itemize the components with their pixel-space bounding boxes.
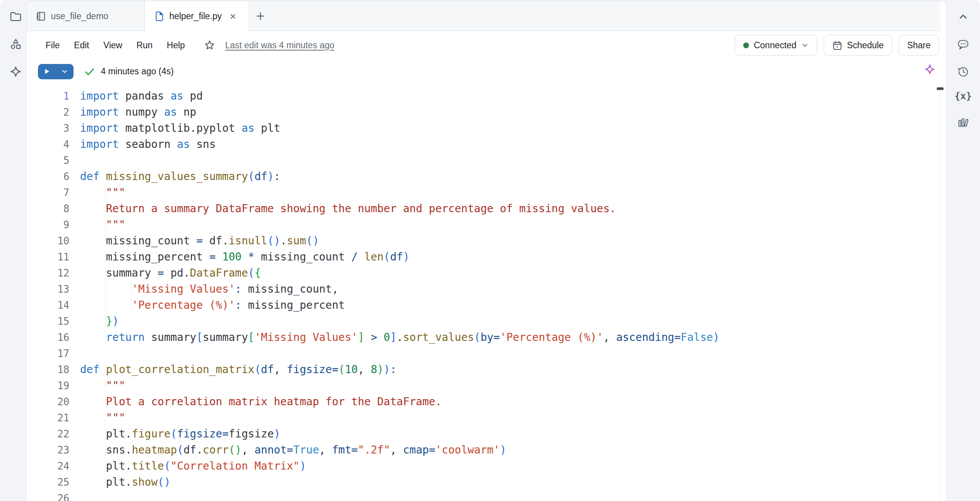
variables-button[interactable]: {x}: [955, 87, 972, 104]
line-number: 18: [26, 362, 69, 378]
header-actions: Connected Schedu: [735, 35, 939, 56]
comments-button[interactable]: [955, 36, 972, 53]
line-number: 2: [26, 104, 69, 120]
code-line: 14 'Percentage (%)': missing_percent: [26, 297, 947, 313]
right-sidebar: {x}: [947, 0, 980, 501]
code-editor[interactable]: 1import pandas as pd2import numpy as np3…: [26, 84, 947, 501]
line-number: 21: [26, 410, 69, 426]
play-icon: [44, 68, 50, 75]
app-window: use_file_demo helper_file.py: [0, 0, 980, 501]
collapse-panel-button[interactable]: [955, 8, 972, 25]
run-status-text: 4 minutes ago (4s): [101, 66, 174, 77]
line-number: 26: [26, 490, 69, 501]
code-line: 12 summary = pd.DataFrame({: [26, 265, 947, 281]
notebook-card: use_file_demo helper_file.py: [26, 1, 947, 501]
run-split-button[interactable]: [38, 64, 74, 79]
run-options-button[interactable]: [56, 64, 74, 79]
plus-icon: [255, 11, 266, 21]
share-label: Share: [907, 40, 931, 51]
line-number: 6: [26, 169, 69, 185]
share-button[interactable]: Share: [899, 35, 939, 56]
code-area: 1import pandas as pd2import numpy as np3…: [26, 88, 947, 501]
history-button[interactable]: [955, 63, 972, 80]
star-icon: [204, 39, 215, 51]
line-number: 13: [26, 281, 69, 297]
code-text: import numpy as np: [80, 104, 196, 120]
line-number: 3: [26, 120, 69, 136]
code-line: 11 missing_percent = 100 * missing_count…: [26, 249, 947, 265]
code-text: def missing_values_summary(df):: [80, 169, 280, 185]
code-line: 7 """: [26, 185, 947, 201]
code-line: 25 plt.show(): [26, 474, 947, 490]
code-line: 6def missing_values_summary(df):: [26, 169, 947, 185]
tab-bar: use_file_demo helper_file.py: [26, 1, 941, 31]
code-text: import pandas as pd: [80, 88, 203, 104]
tab-use-file-demo[interactable]: use_file_demo: [26, 1, 145, 31]
line-number: 4: [26, 136, 69, 152]
close-icon[interactable]: [229, 13, 237, 20]
code-line: 4import seaborn as sns: [26, 136, 947, 152]
code-line: 17: [26, 345, 947, 362]
menu-view[interactable]: View: [103, 39, 123, 52]
menu-help[interactable]: Help: [166, 39, 185, 52]
files-button[interactable]: [7, 8, 24, 25]
ai-sidebar-button[interactable]: [7, 63, 24, 80]
ai-assist-button[interactable]: [924, 63, 936, 75]
code-line: 3import matplotlib.pyplot as plt: [26, 120, 947, 136]
charts-button[interactable]: [955, 114, 972, 131]
code-line: 8 Return a summary DataFrame showing the…: [26, 201, 947, 217]
menu-edit[interactable]: Edit: [73, 39, 90, 52]
variables-icon: {x}: [954, 90, 972, 102]
code-text: """: [80, 185, 125, 201]
sparkle-icon: [9, 65, 22, 78]
code-text: plt.show(): [80, 474, 170, 490]
run-button[interactable]: [38, 64, 56, 79]
code-text: def plot_correlation_matrix(df, figsize=…: [80, 362, 397, 378]
code-line: 16 return summary[summary['Missing Value…: [26, 329, 947, 345]
code-text: missing_count = df.isnull().sum(): [80, 233, 319, 249]
code-line: 1import pandas as pd: [26, 88, 947, 104]
code-text: """: [80, 378, 125, 394]
last-edit-link[interactable]: Last edit was 4 minutes ago: [225, 40, 334, 51]
line-number: 5: [26, 152, 69, 169]
line-number: 20: [26, 394, 69, 410]
line-number: 25: [26, 474, 69, 490]
line-number: 7: [26, 185, 69, 201]
schedule-button[interactable]: Schedule: [824, 35, 892, 56]
connected-button[interactable]: Connected: [735, 35, 817, 56]
scrollbar-thumb[interactable]: [937, 87, 944, 90]
code-line: 23 sns.heatmap(df.corr(), annot=True, fm…: [26, 442, 947, 458]
blocks-button[interactable]: [7, 35, 24, 52]
tab-label: use_file_demo: [51, 11, 108, 21]
tab-helper-file[interactable]: helper_file.py: [145, 1, 249, 31]
history-icon: [957, 65, 969, 78]
favorite-button[interactable]: [204, 39, 215, 51]
code-line: 22 plt.figure(figsize=figsize): [26, 426, 947, 442]
scrollbar-track: [940, 90, 940, 501]
line-number: 14: [26, 297, 69, 313]
code-line: 2import numpy as np: [26, 104, 947, 120]
code-line: 19 """: [26, 378, 947, 394]
line-number: 16: [26, 329, 69, 345]
code-line: 24 plt.title("Correlation Matrix"): [26, 458, 947, 474]
code-line: 20 Plot a correlation matrix heatmap for…: [26, 394, 947, 410]
menu-run[interactable]: Run: [136, 39, 153, 52]
check-icon: [84, 66, 95, 77]
code-text: 'Missing Values': missing_count,: [80, 281, 338, 297]
code-text: Plot a correlation matrix heatmap for th…: [80, 394, 442, 410]
new-tab-button[interactable]: [249, 1, 272, 31]
menu-file[interactable]: File: [45, 39, 61, 52]
code-line: 5: [26, 152, 947, 169]
line-number: 22: [26, 426, 69, 442]
code-line: 15 }): [26, 313, 947, 329]
schedule-label: Schedule: [847, 40, 884, 51]
code-text: import seaborn as sns: [80, 136, 216, 152]
line-number: 12: [26, 265, 69, 281]
chevron-down-icon: [61, 68, 68, 75]
code-text: missing_percent = 100 * missing_count / …: [80, 249, 410, 265]
line-number: 11: [26, 249, 69, 265]
ai-sparkle-icon: [924, 63, 936, 75]
chevron-down-icon: [801, 41, 809, 49]
tab-label: helper_file.py: [169, 11, 222, 21]
run-toolbar: 4 minutes ago (4s): [26, 59, 947, 84]
